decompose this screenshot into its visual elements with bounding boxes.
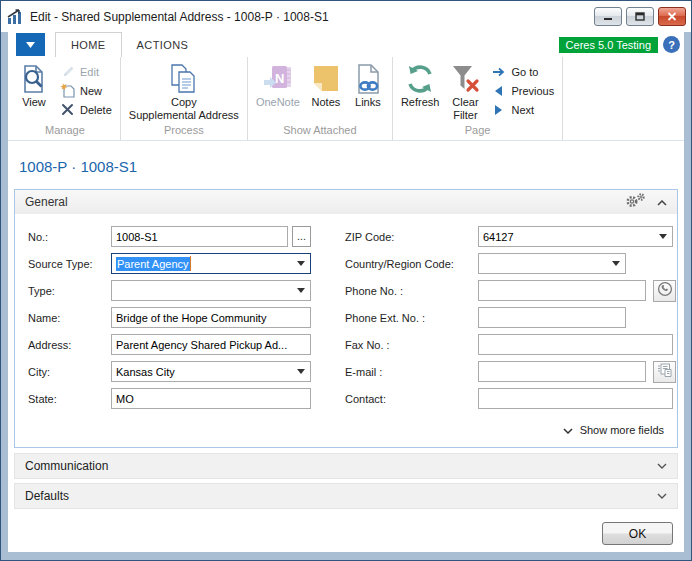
combo-arrow-icon bbox=[654, 234, 672, 239]
combo-arrow-icon bbox=[292, 369, 310, 374]
clear-filter-icon bbox=[450, 62, 480, 96]
tab-home[interactable]: HOME bbox=[55, 32, 122, 57]
svg-text:N: N bbox=[275, 71, 284, 86]
next-icon bbox=[491, 104, 506, 116]
page-title: 1008-P · 1008-S1 bbox=[19, 158, 684, 176]
ribbon: ViewEditNewDeleteManageCopySupplemental … bbox=[8, 57, 684, 141]
name-input[interactable] bbox=[111, 307, 311, 328]
edit-button: Edit bbox=[55, 62, 117, 81]
show-more-fields-link[interactable]: Show more fields bbox=[563, 424, 664, 436]
ok-button[interactable]: OK bbox=[602, 522, 673, 545]
goto-icon bbox=[491, 66, 506, 78]
phone-icon bbox=[657, 281, 673, 300]
view-icon bbox=[19, 62, 49, 96]
new-icon bbox=[60, 83, 75, 98]
field-label: E-mail : bbox=[345, 366, 478, 378]
phone-dialer-button[interactable] bbox=[653, 280, 676, 302]
previous-icon bbox=[491, 85, 506, 97]
fasttab-defaults[interactable]: Defaults bbox=[14, 483, 678, 509]
chevron-down-icon bbox=[657, 493, 667, 499]
field-label: City: bbox=[28, 366, 111, 378]
combo-arrow-icon bbox=[292, 261, 310, 266]
ribbon-group-manage: ViewEditNewDeleteManage bbox=[10, 57, 121, 140]
chevron-down-icon bbox=[563, 424, 573, 436]
dialog-button-bar: OK bbox=[8, 509, 684, 545]
phone-no-input[interactable] bbox=[478, 280, 646, 301]
phone-ext-no-input[interactable] bbox=[478, 307, 626, 328]
city-combo[interactable]: Kansas City bbox=[111, 361, 311, 382]
field-row-no: No.:... bbox=[28, 223, 311, 250]
notes-button[interactable]: Notes bbox=[305, 60, 347, 109]
previous-button[interactable]: Previous bbox=[486, 81, 559, 100]
next-button[interactable]: Next bbox=[486, 100, 559, 119]
field-label: Phone Ext. No. : bbox=[345, 312, 478, 324]
field-row-name: Name: bbox=[28, 304, 311, 331]
ribbon-group-page: RefreshClearFilterGo toPreviousNextPage bbox=[393, 57, 563, 140]
field-label: ZIP Code: bbox=[345, 231, 478, 243]
copy-supplemental-address-button[interactable]: CopySupplemental Address bbox=[124, 60, 244, 121]
app-window: Edit - Shared Supplemental Address - 100… bbox=[0, 0, 692, 561]
links-button[interactable]: Links bbox=[347, 60, 389, 109]
field-label: Country/Region Code: bbox=[345, 258, 478, 270]
no-input[interactable] bbox=[111, 226, 288, 247]
fax-no-input[interactable] bbox=[478, 334, 673, 355]
field-label: Contact: bbox=[345, 393, 478, 405]
field-label: State: bbox=[28, 393, 111, 405]
email-compose-button[interactable] bbox=[653, 361, 676, 383]
page-content: 1008-P · 1008-S1 General No.:...Source T… bbox=[8, 158, 684, 545]
go-to-button[interactable]: Go to bbox=[486, 62, 559, 81]
assist-edit-button[interactable]: ... bbox=[292, 226, 311, 247]
field-row-source-type: Source Type:Parent Agency bbox=[28, 250, 311, 277]
ribbon-group-label: Manage bbox=[13, 123, 117, 140]
zip-code-combo[interactable]: 64127 bbox=[478, 226, 673, 247]
app-icon bbox=[7, 8, 24, 25]
address-input[interactable] bbox=[111, 334, 311, 355]
source-type-combo[interactable]: Parent Agency bbox=[111, 253, 311, 274]
refresh-button[interactable]: Refresh bbox=[396, 60, 445, 109]
close-button[interactable] bbox=[658, 7, 686, 26]
help-button[interactable]: ? bbox=[663, 36, 680, 53]
minimize-button[interactable] bbox=[594, 7, 622, 26]
restore-icon bbox=[635, 12, 645, 21]
contact-input[interactable] bbox=[478, 388, 673, 409]
view-button[interactable]: View bbox=[13, 60, 55, 109]
general-fasttab-header[interactable]: General bbox=[15, 190, 677, 214]
copy-icon bbox=[169, 62, 199, 96]
tab-actions[interactable]: ACTIONS bbox=[122, 32, 204, 57]
general-fasttab-title: General bbox=[25, 195, 68, 209]
onenote-icon: N bbox=[263, 62, 293, 96]
ribbon-group-label: Page bbox=[396, 123, 559, 140]
field-row-fax-no: Fax No. : bbox=[345, 331, 676, 358]
state-input[interactable] bbox=[111, 388, 311, 409]
chevron-down-icon bbox=[657, 463, 667, 469]
onenote-button: NOneNote bbox=[251, 60, 305, 109]
general-fasttab: General No.:...Source Type:Parent Agency… bbox=[14, 189, 678, 448]
field-label: Phone No. : bbox=[345, 285, 478, 297]
type-combo[interactable] bbox=[111, 280, 311, 301]
delete-button[interactable]: Delete bbox=[55, 100, 117, 119]
restore-button[interactable] bbox=[626, 7, 654, 26]
ribbon-group-label: Process bbox=[124, 123, 244, 140]
fasttab-communication[interactable]: Communication bbox=[14, 453, 678, 479]
field-label: No.: bbox=[28, 231, 111, 243]
e-mail-input[interactable] bbox=[478, 361, 646, 382]
ribbon-group-process: CopySupplemental AddressProcess bbox=[121, 57, 248, 140]
ribbon-group-show-attached: NOneNoteNotesLinksShow Attached bbox=[248, 57, 393, 140]
field-row-zip-code: ZIP Code:64127 bbox=[345, 223, 676, 250]
field-row-country-region-code: Country/Region Code: bbox=[345, 250, 676, 277]
country-region-code-combo[interactable] bbox=[478, 253, 626, 274]
field-label: Source Type: bbox=[28, 258, 111, 270]
new-button[interactable]: New bbox=[55, 81, 117, 100]
clear-filter-button[interactable]: ClearFilter bbox=[444, 60, 486, 121]
application-menu-button[interactable] bbox=[16, 33, 45, 56]
customize-gear-icon[interactable] bbox=[624, 193, 647, 211]
close-icon bbox=[667, 12, 677, 21]
mail-icon bbox=[657, 362, 673, 381]
links-icon bbox=[353, 62, 383, 96]
collapse-chevron-up-icon[interactable] bbox=[657, 195, 667, 209]
selected-text: Parent Agency bbox=[116, 257, 190, 271]
window-frame: HOME ACTIONS Ceres 5.0 Testing ? ViewEdi… bbox=[1, 32, 691, 560]
field-row-contact: Contact: bbox=[345, 385, 676, 412]
field-label: Name: bbox=[28, 312, 111, 324]
delete-icon bbox=[60, 103, 75, 116]
